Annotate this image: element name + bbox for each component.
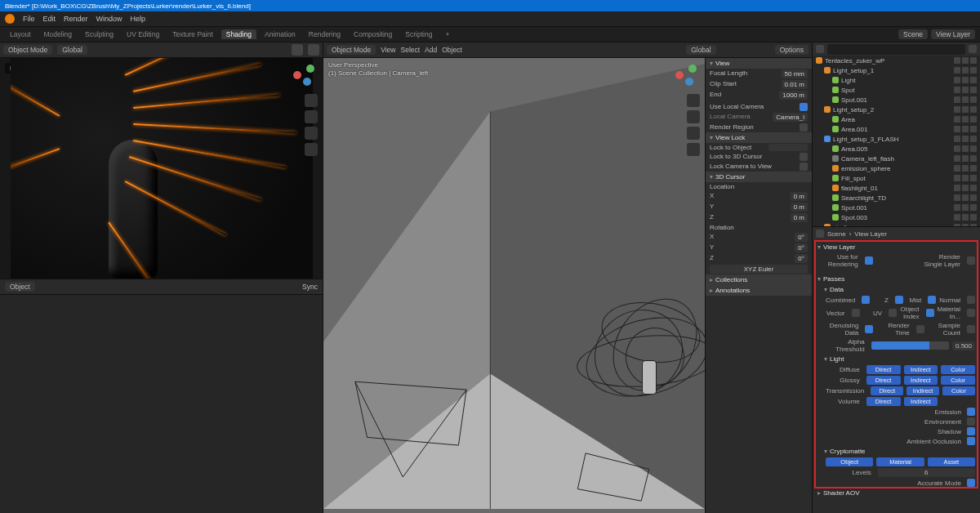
cursor-rot-x[interactable]: 0° <box>795 233 808 242</box>
clip-end-field[interactable]: 1000 m <box>779 91 808 100</box>
camera-icon[interactable] <box>305 127 318 140</box>
visibility-toggle-icon[interactable] <box>954 116 960 123</box>
mode-dropdown-3d[interactable]: Object Mode <box>327 45 376 55</box>
section-light[interactable]: Light <box>817 354 975 364</box>
visibility-toggle-icon[interactable] <box>954 194 960 201</box>
visibility-toggle-icon[interactable] <box>954 77 960 83</box>
visibility-toggle-icon[interactable] <box>954 67 960 74</box>
outliner-item[interactable]: Fill_spot <box>813 173 980 183</box>
visibility-toggle-icon[interactable] <box>970 214 977 221</box>
render-single-layer-checkbox[interactable] <box>967 256 975 265</box>
clip-start-field[interactable]: 0.01 m <box>782 80 808 89</box>
camera-icon[interactable] <box>687 127 700 140</box>
properties-editor-icon[interactable] <box>816 230 824 238</box>
menu-help[interactable]: Help <box>131 15 146 23</box>
pass-emission[interactable] <box>967 408 975 416</box>
menu-render[interactable]: Render <box>64 15 88 23</box>
trans-direct[interactable]: Direct <box>871 386 903 395</box>
vol-indirect[interactable]: Indirect <box>904 397 938 406</box>
pass-z[interactable] <box>895 296 903 304</box>
visibility-toggle-icon[interactable] <box>962 106 969 113</box>
visibility-toggle-icon[interactable] <box>970 165 977 172</box>
tab-compositing[interactable]: Compositing <box>349 29 397 39</box>
outliner-item[interactable]: flashlight_01 <box>813 183 980 193</box>
outliner-item[interactable]: emission_sphere <box>813 163 980 173</box>
diffuse-direct[interactable]: Direct <box>866 365 901 374</box>
axis-y-icon[interactable] <box>306 65 314 73</box>
axis-z-icon[interactable] <box>685 78 693 86</box>
pass-denoise[interactable] <box>865 325 873 333</box>
axis-x-icon[interactable] <box>293 71 301 79</box>
visibility-toggle-icon[interactable] <box>970 67 977 74</box>
pass-uv[interactable] <box>889 309 897 317</box>
visibility-toggle-icon[interactable] <box>962 155 969 162</box>
visibility-toggle-icon[interactable] <box>954 96 960 103</box>
visibility-toggle-icon[interactable] <box>954 126 960 132</box>
outliner-editor-icon[interactable] <box>816 45 824 53</box>
axis-z-icon[interactable] <box>303 78 311 86</box>
visibility-toggle-icon[interactable] <box>962 116 969 123</box>
object-context-dropdown[interactable]: Object <box>5 282 35 292</box>
outliner-item[interactable]: Light_setup_2 <box>813 105 980 114</box>
visibility-toggle-icon[interactable] <box>970 145 977 152</box>
visibility-toggle-icon[interactable] <box>962 57 969 64</box>
tab-sculpting[interactable]: Sculpting <box>80 29 118 39</box>
options-dropdown[interactable]: Options <box>775 45 808 55</box>
section-view-layer[interactable]: View Layer <box>817 242 975 252</box>
tab-scripting[interactable]: Scripting <box>400 29 437 39</box>
visibility-toggle-icon[interactable] <box>970 87 977 93</box>
pass-vector[interactable] <box>852 309 860 317</box>
orientation-dropdown[interactable]: Global <box>57 45 87 55</box>
perspective-icon[interactable] <box>305 143 318 156</box>
visibility-toggle-icon[interactable] <box>962 194 969 201</box>
nav-gizmo[interactable] <box>293 65 316 87</box>
visibility-toggle-icon[interactable] <box>962 204 969 211</box>
section-view-lock[interactable]: View Lock <box>706 132 812 143</box>
rotation-mode-field[interactable]: XYZ Euler <box>710 265 808 274</box>
visibility-toggle-icon[interactable] <box>954 165 960 172</box>
visibility-toggle-icon[interactable] <box>954 214 960 221</box>
outliner-item[interactable]: Area.001 <box>813 124 980 134</box>
tab-add[interactable]: + <box>440 29 454 39</box>
axis-x-icon[interactable] <box>675 71 684 79</box>
pass-normal[interactable] <box>967 296 975 304</box>
alpha-threshold-slider[interactable] <box>871 341 949 350</box>
zoom-icon[interactable] <box>305 94 318 107</box>
visibility-toggle-icon[interactable] <box>970 194 977 201</box>
menu-object[interactable]: Object <box>442 46 462 54</box>
filter-icon[interactable] <box>969 45 977 53</box>
shading-toggle-icon[interactable] <box>292 44 303 56</box>
tab-rendering[interactable]: Rendering <box>304 29 345 39</box>
visibility-toggle-icon[interactable] <box>970 57 977 64</box>
outliner-search-input[interactable] <box>827 44 965 55</box>
tab-shading[interactable]: Shading <box>221 29 256 39</box>
visibility-toggle-icon[interactable] <box>962 77 969 83</box>
visibility-toggle-icon[interactable] <box>962 214 969 221</box>
section-passes[interactable]: Passes <box>817 274 975 284</box>
menu-edit[interactable]: Edit <box>43 15 56 23</box>
section-data[interactable]: Data <box>817 284 975 295</box>
visibility-toggle-icon[interactable] <box>970 77 977 83</box>
outliner-item[interactable]: Light_setup_1 <box>813 65 980 75</box>
visibility-toggle-icon[interactable] <box>962 185 969 191</box>
crypto-levels-field[interactable]: 6 <box>878 468 975 477</box>
menu-add[interactable]: Add <box>425 46 437 54</box>
cursor-rot-y[interactable]: 0° <box>795 243 808 252</box>
pass-shadow[interactable] <box>967 427 975 435</box>
alpha-threshold-value[interactable]: 0.500 <box>952 341 975 350</box>
glossy-color[interactable]: Color <box>941 376 975 385</box>
overlay-toggle-icon[interactable] <box>308 44 319 56</box>
crypto-asset[interactable]: Asset <box>928 457 975 466</box>
pass-ao[interactable] <box>967 437 975 445</box>
lock-3d-cursor-checkbox[interactable] <box>800 153 808 161</box>
visibility-toggle-icon[interactable] <box>970 106 977 113</box>
pass-rendertime[interactable] <box>916 325 924 333</box>
visibility-toggle-icon[interactable] <box>954 185 960 191</box>
visibility-toggle-icon[interactable] <box>962 87 969 93</box>
tab-uv[interactable]: UV Editing <box>122 29 164 39</box>
render-region-checkbox[interactable] <box>800 123 808 132</box>
cursor-rot-z[interactable]: 0° <box>795 254 808 263</box>
visibility-toggle-icon[interactable] <box>962 145 969 152</box>
axis-y-icon[interactable] <box>688 65 697 73</box>
pass-mat-index[interactable] <box>967 309 975 317</box>
